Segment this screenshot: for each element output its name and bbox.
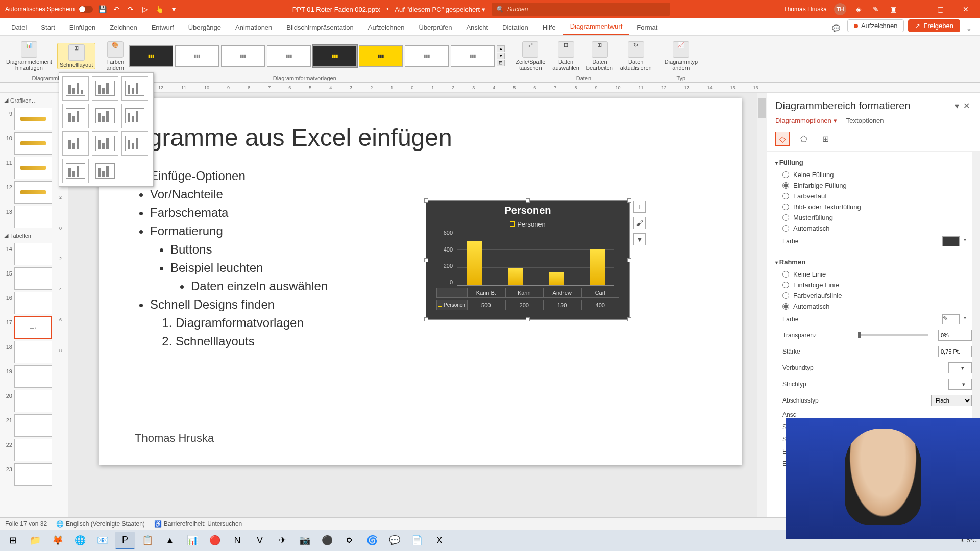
user-name[interactable]: Thomas Hruska — [783, 6, 827, 13]
close-button[interactable]: ✕ — [957, 0, 975, 18]
firefox-icon[interactable]: 🦊 — [48, 532, 67, 549]
radio-musterfuellung[interactable] — [782, 214, 789, 221]
chart-style-gallery[interactable]: ▮▮▮ ▮▮▮ ▮▮▮ ▮▮▮ ▮▮▮ ▮▮▮ ▮▮▮ ▮▮▮ ▴ ▾ ⊟ — [129, 45, 505, 67]
slide-thumb-12[interactable] — [14, 181, 52, 204]
tab-datei[interactable]: Datei — [4, 19, 34, 35]
radio-automatisch-fill[interactable] — [782, 225, 789, 232]
quicklayout-2[interactable] — [92, 76, 118, 101]
language-status[interactable]: 🌐 Englisch (Vereinigte Staaten) — [56, 520, 145, 528]
quicklayout-10[interactable] — [62, 159, 89, 183]
slide-counter[interactable]: Folie 17 von 32 — [5, 520, 47, 528]
app-icon-8[interactable]: 📄 — [407, 532, 427, 549]
chart-style-3[interactable]: ▮▮▮ — [221, 45, 265, 67]
slide-thumbnails[interactable]: ◢ Grafiken… 9 10 11 12 13 ◢ Tabellen 14 … — [0, 93, 57, 517]
chart-bar-2[interactable] — [508, 268, 523, 285]
slide-thumb-13[interactable] — [14, 206, 52, 228]
chart-object[interactable]: Personen Personen 600 400 200 0 Karin — [426, 200, 630, 320]
format-pane-dropdown-icon[interactable]: ▾ — [953, 99, 961, 113]
slide-canvas[interactable]: agramme aus Excel einfügen Einfüge-Optio… — [68, 93, 767, 517]
schnelllayout-button[interactable]: ⊞Schnelllayout — [57, 43, 95, 69]
redo-icon[interactable]: ↷ — [126, 4, 136, 14]
tab-start[interactable]: Start — [34, 19, 62, 35]
chart-style-7[interactable]: ▮▮▮ — [405, 45, 449, 67]
quicklayout-11[interactable] — [92, 159, 118, 183]
chrome-icon[interactable]: 🌐 — [70, 532, 90, 549]
explorer-icon[interactable]: 📁 — [26, 532, 45, 549]
radio-keine-fuellung[interactable] — [782, 171, 789, 178]
slide-thumb-10[interactable] — [14, 132, 52, 155]
transparenz-input[interactable] — [938, 330, 972, 341]
onenote-icon[interactable]: N — [228, 532, 247, 549]
tab-animationen[interactable]: Animationen — [228, 19, 279, 35]
comments-button[interactable]: 💬 — [827, 21, 845, 35]
tab-hilfe[interactable]: Hilfe — [535, 19, 563, 35]
effects-icon[interactable]: ⬠ — [797, 132, 811, 146]
excel-icon[interactable]: X — [430, 532, 449, 549]
gallery-more-icon[interactable]: ⊟ — [497, 60, 505, 66]
staerke-input[interactable] — [938, 346, 972, 357]
app-icon-7[interactable]: 💬 — [385, 532, 404, 549]
chart-style-4[interactable]: ▮▮▮ — [267, 45, 311, 67]
tab-ueberpruefen[interactable]: Überprüfen — [411, 19, 459, 35]
chart-legend[interactable]: Personen — [426, 220, 629, 228]
obs-icon[interactable]: ⚫ — [317, 532, 337, 549]
slide-thumb-9[interactable] — [14, 108, 52, 130]
strichtyp-select[interactable]: — ▾ — [948, 379, 972, 390]
chart-style-2[interactable]: ▮▮▮ — [175, 45, 219, 67]
search-input[interactable]: 🔍 Suchen — [492, 3, 670, 16]
accessibility-status[interactable]: ♿ Barrierefreiheit: Untersuchen — [154, 520, 242, 528]
transparenz-slider[interactable] — [858, 334, 928, 336]
save-status[interactable]: Auf "diesem PC" gespeichert ▾ — [395, 6, 485, 13]
chart-title[interactable]: Personen — [426, 201, 629, 220]
touch-icon[interactable]: 👆 — [154, 4, 164, 14]
radio-automatisch-line[interactable] — [782, 303, 789, 310]
tab-textoptionen[interactable]: Textoptionen — [846, 117, 884, 124]
tab-einfuegen[interactable]: Einfügen — [62, 19, 103, 35]
window-icon[interactable]: ▣ — [888, 4, 898, 14]
app-icon-2[interactable]: 📊 — [183, 532, 202, 549]
slide-thumb-22[interactable] — [14, 439, 52, 461]
current-slide[interactable]: agramme aus Excel einfügen Einfüge-Optio… — [99, 98, 742, 465]
section-rahmen[interactable]: Rahmen — [775, 255, 972, 269]
size-props-icon[interactable]: ⊞ — [818, 132, 832, 146]
tab-format[interactable]: Format — [629, 19, 665, 35]
slide-thumb-19[interactable] — [14, 365, 52, 388]
verbundtyp-select[interactable]: ≡ ▾ — [948, 362, 972, 373]
chart-bar-3[interactable] — [549, 272, 564, 285]
undo-icon[interactable]: ↶ — [111, 4, 121, 14]
tab-diagrammoptionen[interactable]: Diagrammoptionen ▾ — [775, 117, 837, 124]
abschlusstyp-select[interactable]: Flach — [931, 395, 972, 406]
qat-more-icon[interactable]: ▾ — [168, 4, 179, 14]
farben-aendern-button[interactable]: 🎨Farben ändern — [104, 40, 126, 72]
chart-style-1[interactable]: ▮▮▮ — [129, 45, 173, 67]
radio-einfarbige-linie[interactable] — [782, 282, 789, 288]
save-icon[interactable]: 💾 — [97, 4, 107, 14]
quicklayout-6[interactable] — [121, 104, 148, 128]
tab-uebergaenge[interactable]: Übergänge — [181, 19, 228, 35]
fill-color-swatch[interactable] — [942, 236, 960, 246]
chart-bar-4[interactable] — [590, 249, 605, 285]
chart-plot-area[interactable]: 600 400 200 0 — [457, 232, 614, 286]
slide-thumb-11[interactable] — [14, 157, 52, 179]
chart-filter-button[interactable]: ▼ — [633, 233, 646, 245]
bullet-1[interactable]: Einfüge-Optionen — [150, 167, 706, 185]
slide-footer[interactable]: Thomas Hruska — [135, 432, 214, 445]
quicklayout-1[interactable] — [62, 76, 89, 101]
quicklayout-4[interactable] — [62, 104, 89, 128]
chart-style-8[interactable]: ▮▮▮ — [451, 45, 495, 67]
tab-dictation[interactable]: Dictation — [495, 19, 535, 35]
telegram-icon[interactable]: ✈ — [273, 532, 292, 549]
slide-thumb-23[interactable] — [14, 463, 52, 486]
vlc-icon[interactable]: ▲ — [160, 532, 180, 549]
section-grafiken[interactable]: ◢ Grafiken… — [3, 95, 54, 106]
quicklayout-9[interactable] — [121, 131, 148, 156]
diagrammtyp-button[interactable]: 📈Diagrammtyp ändern — [663, 40, 700, 72]
slide-thumb-21[interactable] — [14, 414, 52, 437]
collapse-ribbon-icon[interactable]: ⌄ — [962, 21, 976, 35]
tab-zeichnen[interactable]: Zeichnen — [103, 19, 144, 35]
quicklayout-3[interactable] — [121, 76, 148, 101]
zeile-spalte-button[interactable]: ⇄Zeile/Spalte tauschen — [513, 40, 547, 72]
daten-aktualisieren-button[interactable]: ↻Daten aktualisieren — [618, 40, 654, 72]
quicklayout-7[interactable] — [62, 131, 89, 156]
bullet-5-2[interactable]: Schnelllayouts — [176, 332, 706, 350]
